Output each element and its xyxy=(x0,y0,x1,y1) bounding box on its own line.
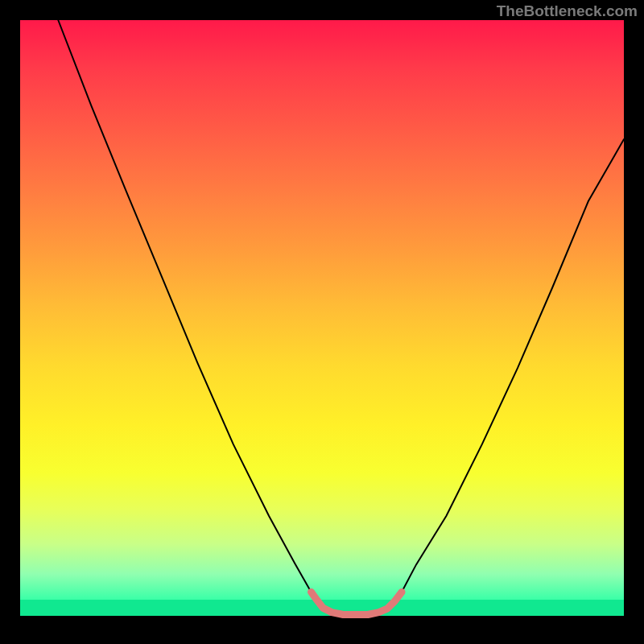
bottom-black-margin xyxy=(0,616,644,644)
bottom-green-strip xyxy=(20,600,624,616)
watermark-text: TheBottleneck.com xyxy=(497,2,638,20)
gradient-background xyxy=(20,20,624,616)
chart-stage: TheBottleneck.com xyxy=(0,0,644,644)
left-black-margin xyxy=(0,0,20,644)
right-black-margin xyxy=(624,0,644,644)
